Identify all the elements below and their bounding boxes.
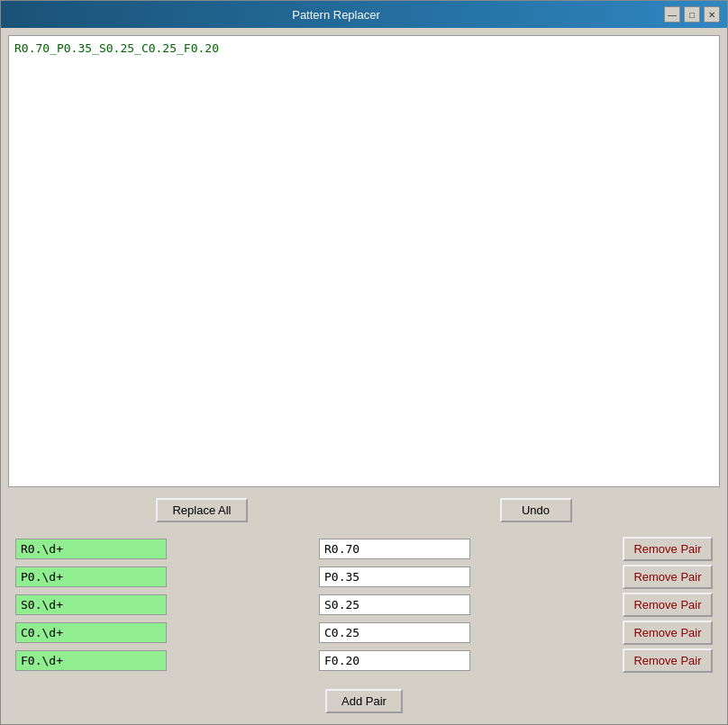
main-content: Replace All Undo Remove Pair Remove Pair… bbox=[1, 28, 727, 724]
pair-row: Remove Pair bbox=[15, 537, 713, 561]
action-bar: Replace All Undo bbox=[8, 494, 720, 526]
pattern-input-4[interactable] bbox=[15, 650, 167, 671]
remove-pair-button-2[interactable]: Remove Pair bbox=[623, 593, 713, 617]
pair-row: Remove Pair bbox=[15, 648, 713, 673]
pattern-textarea[interactable] bbox=[9, 36, 719, 486]
pattern-input-0[interactable] bbox=[15, 539, 167, 559]
title-bar-controls: — □ ✕ bbox=[664, 6, 720, 23]
replacement-input-3[interactable] bbox=[319, 622, 470, 643]
add-pair-container: Add Pair bbox=[8, 684, 720, 717]
remove-pair-button-4[interactable]: Remove Pair bbox=[623, 648, 713, 673]
replacement-input-2[interactable] bbox=[319, 594, 470, 615]
pair-row: Remove Pair bbox=[15, 593, 713, 617]
replace-all-button[interactable]: Replace All bbox=[156, 498, 247, 522]
main-window: Pattern Replacer — □ ✕ Replace All Undo … bbox=[0, 0, 728, 725]
close-button[interactable]: ✕ bbox=[704, 6, 720, 23]
add-pair-button[interactable]: Add Pair bbox=[325, 689, 403, 713]
remove-pair-button-1[interactable]: Remove Pair bbox=[623, 565, 713, 589]
pattern-input-2[interactable] bbox=[15, 594, 167, 615]
pair-row: Remove Pair bbox=[15, 565, 713, 589]
minimize-button[interactable]: — bbox=[664, 6, 680, 23]
pattern-input-3[interactable] bbox=[15, 622, 167, 643]
pattern-input-1[interactable] bbox=[15, 566, 167, 587]
replacement-input-0[interactable] bbox=[319, 539, 470, 559]
pairs-section: Remove Pair Remove Pair Remove Pair Remo… bbox=[8, 533, 720, 676]
pair-row: Remove Pair bbox=[15, 621, 713, 645]
replacement-input-4[interactable] bbox=[319, 650, 470, 671]
window-title: Pattern Replacer bbox=[8, 8, 664, 22]
undo-button[interactable]: Undo bbox=[500, 498, 572, 522]
remove-pair-button-3[interactable]: Remove Pair bbox=[623, 621, 713, 645]
maximize-button[interactable]: □ bbox=[684, 6, 700, 23]
remove-pair-button-0[interactable]: Remove Pair bbox=[623, 537, 713, 561]
text-area-container bbox=[8, 35, 720, 487]
title-bar: Pattern Replacer — □ ✕ bbox=[1, 1, 727, 28]
replacement-input-1[interactable] bbox=[319, 566, 470, 587]
